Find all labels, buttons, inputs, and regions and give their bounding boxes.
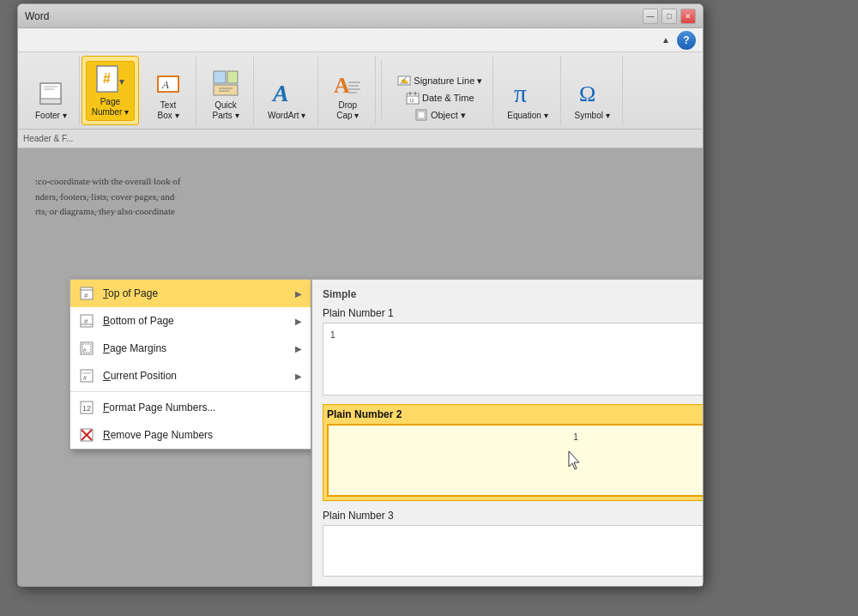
page-number-icon: # [94,64,125,95]
top-of-page-arrow: ▶ [295,289,302,299]
svg-rect-25 [409,92,411,95]
equation-label: Equation ▾ [507,111,547,121]
svg-text:#: # [83,375,87,381]
plain-number-2-title: Plain Number 2 [327,408,703,420]
menu-item-current-position[interactable]: # Current Position ▶ [70,362,311,390]
top-of-page-label: Top of Page [103,287,287,299]
object-button[interactable]: Object ▾ [411,106,469,124]
page-margins-arrow: ▶ [295,344,302,353]
plain-number-3-title: Plain Number 3 [323,510,703,522]
current-position-label: Current Position [103,370,287,382]
drop-cap-icon: A [332,68,363,99]
quick-parts-icon [210,68,241,99]
text-box-button[interactable]: A TextBox ▾ [148,65,189,124]
close-button[interactable]: ✕ [680,9,696,24]
wordart-icon: A [271,78,302,109]
svg-rect-29 [418,112,425,118]
symbol-icon: Ω [577,78,607,109]
symbol-label: Symbol ▾ [575,111,610,121]
window-title: Word [25,10,643,22]
ribbon-group-quick-parts: QuickParts ▾ [198,56,254,125]
svg-text:A: A [334,73,350,98]
page-number-dropdown: # Top of Page ▶ # Bottom of Page [69,279,311,450]
svg-text:A: A [271,80,289,106]
plain-number-2-preview[interactable]: 1 [327,424,703,497]
svg-rect-26 [414,92,416,95]
plain-number-2-number: 1 [573,432,578,442]
page-margins-icon: # [79,341,94,356]
signature-button[interactable]: ✍ Signature Line ▾ [394,72,486,89]
menu-item-remove-page-numbers[interactable]: Remove Page Numbers [70,421,311,449]
plain-number-3-item[interactable]: Plain Number 3 1 [323,510,703,577]
ribbon-group-page-number: # PageNumber ▾ [82,56,139,125]
ribbon-group-drop-cap: A DropCap ▾ [320,56,376,125]
svg-text:#: # [84,292,88,299]
svg-text:✍: ✍ [401,76,408,84]
page-number-label: PageNumber ▾ [92,97,129,118]
svg-text:π: π [514,79,527,107]
footer-button[interactable]: Footer ▾ [30,75,72,124]
up-arrow-button[interactable]: ▲ [660,33,672,46]
ribbon-group-signature: ✍ Signature Line ▾ 12 Date & Time [387,56,493,125]
quick-parts-button[interactable]: QuickParts ▾ [205,65,246,124]
menu-item-bottom-of-page[interactable]: # Bottom of Page ▶ [70,307,311,335]
submenu-content: Simple Plain Number 1 1 Plain Number 2 1 [312,280,703,586]
datetime-button[interactable]: 12 Date & Time [402,89,478,106]
ribbon-group-symbol: Ω Symbol ▾ [563,56,623,125]
wordart-label: WordArt ▾ [268,111,305,121]
svg-text:#: # [103,71,111,86]
svg-marker-6 [119,80,124,85]
page-margins-label: Page Margins [103,342,287,354]
help-button[interactable]: ? [677,31,696,50]
top-of-page-icon: # [79,286,94,301]
signature-label: Signature Line ▾ [414,75,482,87]
drop-cap-label: DropCap ▾ [336,100,359,121]
document-background-text: :co-coordinate·with·the·overall·look·of … [35,174,181,220]
bottom-of-page-icon: # [79,313,94,329]
svg-rect-11 [214,85,238,95]
symbol-button[interactable]: Ω Symbol ▾ [570,75,615,124]
minimize-button[interactable]: — [643,9,658,24]
plain-number-1-item[interactable]: Plain Number 1 1 [323,307,703,396]
datetime-label: Date & Time [422,93,474,103]
bottom-of-page-label: Bottom of Page [103,315,287,327]
svg-rect-1 [40,99,61,104]
plain-number-1-preview[interactable]: 1 [323,323,703,396]
menu-separator-1 [70,391,311,392]
quick-parts-label: QuickParts ▾ [212,100,239,121]
current-position-arrow: ▶ [295,371,302,381]
header-footer-label: Header & F... [23,134,73,143]
svg-rect-9 [214,71,226,83]
ribbon-group-footer: Footer ▾ [23,56,80,125]
plain-number-1-title: Plain Number 1 [323,307,703,319]
equation-icon: π [512,78,543,109]
top-of-page-submenu: Simple Plain Number 1 1 Plain Number 2 1 [311,279,703,586]
document-area: :co-coordinate·with·the·overall·look·of … [18,148,703,586]
maximize-button[interactable]: □ [662,9,677,24]
drop-cap-button[interactable]: A DropCap ▾ [327,65,368,124]
footer-label: Footer ▾ [35,111,67,121]
plain-number-1-number: 1 [330,330,335,340]
remove-page-numbers-icon [79,427,94,443]
equation-button[interactable]: π Equation ▾ [502,75,553,124]
menu-item-format-page-numbers[interactable]: 1 2 Format Page Numbers... [70,394,311,421]
svg-text:#: # [84,317,88,325]
page-number-button[interactable]: # PageNumber ▾ [86,61,135,121]
word-window: Word — □ ✕ ▲ ? [17,3,704,587]
format-page-numbers-label: Format Page Numbers... [103,402,302,414]
window-controls: — □ ✕ [643,9,696,24]
svg-marker-50 [569,451,579,469]
object-label: Object ▾ [431,110,466,121]
menu-item-page-margins[interactable]: # Page Margins ▶ [70,335,311,362]
svg-text:12: 12 [409,98,414,103]
ribbon: Footer ▾ # PageNumber ▾ [18,52,703,130]
footer-icon [35,78,66,109]
quick-access-bar: ▲ ? [18,28,703,52]
simple-section-title: Simple [323,287,703,302]
menu-item-top-of-page[interactable]: # Top of Page ▶ [70,280,311,307]
text-box-label: TextBox ▾ [158,100,179,121]
plain-number-2-item[interactable]: Plain Number 2 1 [323,404,703,501]
wordart-button[interactable]: A WordArt ▾ [263,75,311,124]
bottom-of-page-arrow: ▶ [295,317,302,326]
plain-number-3-preview[interactable]: 1 [323,525,703,577]
